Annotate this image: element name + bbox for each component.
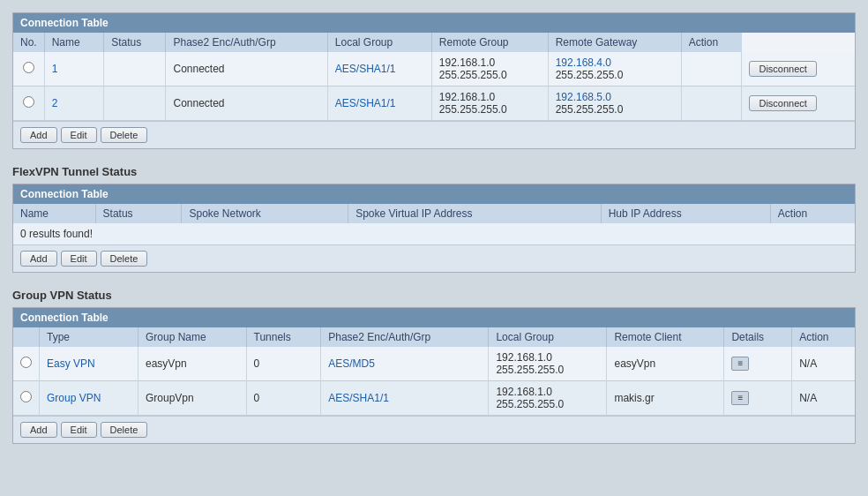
groupvpn-table: Type Group Name Tunnels Phase2 Enc/Auth/… [13, 327, 855, 416]
ipsec-no-1: 2 [44, 86, 104, 121]
gvpn-group-name-0: easyVpn [138, 347, 247, 381]
ipsec-col-local: Local Group [327, 33, 431, 52]
gvpn-action-0: N/A [792, 347, 855, 381]
ipsec-col-action: Action [681, 33, 742, 52]
groupvpn-delete-button[interactable]: Delete [101, 422, 148, 438]
groupvpn-section-title: Group VPN Status [12, 287, 856, 304]
gvpn-group-name-1: GroupVpn [138, 381, 247, 416]
ipsec-remote-gw-1 [681, 86, 742, 121]
ipsec-edit-button[interactable]: Edit [61, 127, 97, 143]
ipsec-status-0: Connected [166, 52, 327, 86]
details-icon-1[interactable]: ≡ [731, 391, 749, 405]
gvpn-col-local: Local Group [489, 327, 607, 347]
ipsec-status-1: Connected [166, 86, 327, 121]
ipsec-remote-group-1: 192.168.5.0255.255.255.0 [548, 86, 681, 121]
flex-col-spoke-vip: Spoke Virtual IP Address [348, 204, 601, 223]
ipsec-action-1: Disconnect [742, 86, 855, 121]
flexvpn-delete-button[interactable]: Delete [101, 251, 148, 267]
flex-col-name: Name [13, 204, 95, 223]
ipsec-radio-1[interactable] [13, 86, 44, 121]
flexvpn-no-results: 0 results found! [13, 223, 855, 244]
flexvpn-table: Name Status Spoke Network Spoke Virtual … [13, 204, 855, 223]
ipsec-add-button[interactable]: Add [20, 127, 57, 143]
ipsec-disconnect-button-0[interactable]: Disconnect [749, 61, 816, 77]
gvpn-tunnels-0: 0 [246, 347, 321, 381]
gvpn-tunnels-1: 0 [246, 381, 321, 416]
ipsec-phase2-0: AES/SHA1/1 [327, 52, 431, 86]
ipsec-table-title: Connection Table [13, 13, 855, 33]
ipsec-col-phase2: Phase2 Enc/Auth/Grp [166, 33, 327, 52]
gvpn-col-select [13, 327, 40, 347]
ipsec-section: Connection Table No. Name Status Phase2 … [5, 5, 863, 149]
ipsec-row: 1 Connected AES/SHA1/1 192.168.1.0255.25… [13, 52, 855, 86]
gvpn-local-1: 192.168.1.0255.255.255.0 [489, 381, 607, 416]
groupvpn-row: Easy VPN easyVpn 0 AES/MD5 192.168.1.025… [13, 347, 855, 381]
gvpn-col-group-name: Group Name [138, 327, 247, 347]
ipsec-col-remote-group: Remote Group [431, 33, 548, 52]
ipsec-delete-button[interactable]: Delete [101, 127, 148, 143]
gvpn-type-1: Group VPN [40, 381, 138, 416]
flex-col-status: Status [95, 204, 182, 223]
ipsec-local-0: 192.168.1.0255.255.255.0 [431, 52, 548, 86]
ipsec-phase2-1: AES/SHA1/1 [327, 86, 431, 121]
groupvpn-btn-bar: Add Edit Delete [13, 416, 855, 443]
gvpn-col-type: Type [40, 327, 138, 347]
gvpn-col-phase2: Phase2 Enc/Auth/Grp [321, 327, 489, 347]
groupvpn-row: Group VPN GroupVpn 0 AES/SHA1/1 192.168.… [13, 381, 855, 416]
ipsec-name-0 [104, 52, 166, 86]
gvpn-phase2-1: AES/SHA1/1 [321, 381, 489, 416]
gvpn-radio-0[interactable] [13, 347, 40, 381]
flexvpn-section: FlexVPN Tunnel Status Connection Table N… [5, 156, 863, 273]
flexvpn-table-title: Connection Table [13, 184, 855, 204]
flexvpn-add-button[interactable]: Add [20, 251, 57, 267]
ipsec-no-0: 1 [44, 52, 104, 86]
ipsec-col-name: Name [44, 33, 104, 52]
gvpn-local-0: 192.168.1.0255.255.255.0 [489, 347, 607, 381]
ipsec-table: No. Name Status Phase2 Enc/Auth/Grp Loca… [13, 33, 855, 121]
flexvpn-section-title: FlexVPN Tunnel Status [12, 163, 856, 180]
ipsec-row: 2 Connected AES/SHA1/1 192.168.1.0255.25… [13, 86, 855, 121]
groupvpn-edit-button[interactable]: Edit [61, 422, 97, 438]
gvpn-remote-client-1: makis.gr [607, 381, 724, 416]
ipsec-action-0: Disconnect [742, 52, 855, 86]
gvpn-remote-client-0: easyVpn [607, 347, 724, 381]
details-icon-0[interactable]: ≡ [731, 357, 749, 371]
flex-col-action: Action [770, 204, 855, 223]
groupvpn-table-title: Connection Table [13, 308, 855, 327]
ipsec-disconnect-button-1[interactable]: Disconnect [749, 95, 816, 111]
gvpn-col-remote-client: Remote Client [607, 327, 724, 347]
gvpn-details-1[interactable]: ≡ [724, 381, 792, 416]
gvpn-details-0[interactable]: ≡ [724, 347, 792, 381]
ipsec-radio-0[interactable] [13, 52, 44, 86]
ipsec-local-1: 192.168.1.0255.255.255.0 [431, 86, 548, 121]
gvpn-col-action: Action [792, 327, 855, 347]
gvpn-type-0: Easy VPN [40, 347, 138, 381]
ipsec-col-remote-gw: Remote Gateway [548, 33, 681, 52]
gvpn-col-tunnels: Tunnels [246, 327, 321, 347]
ipsec-name-1 [104, 86, 166, 121]
ipsec-btn-bar: Add Edit Delete [13, 121, 855, 148]
flexvpn-btn-bar: Add Edit Delete [13, 244, 855, 272]
flex-col-hub-ip: Hub IP Address [601, 204, 770, 223]
gvpn-action-1: N/A [792, 381, 855, 416]
flex-col-spoke-network: Spoke Network [182, 204, 348, 223]
ipsec-remote-gw-0 [681, 52, 742, 86]
ipsec-remote-group-0: 192.168.4.0255.255.255.0 [548, 52, 681, 86]
ipsec-col-status: Status [104, 33, 166, 52]
groupvpn-section: Group VPN Status Connection Table Type G… [5, 280, 863, 444]
flexvpn-edit-button[interactable]: Edit [61, 251, 97, 267]
groupvpn-add-button[interactable]: Add [20, 422, 57, 438]
gvpn-phase2-0: AES/MD5 [321, 347, 489, 381]
gvpn-col-details: Details [724, 327, 792, 347]
gvpn-radio-1[interactable] [13, 381, 40, 416]
ipsec-col-no: No. [13, 33, 44, 52]
